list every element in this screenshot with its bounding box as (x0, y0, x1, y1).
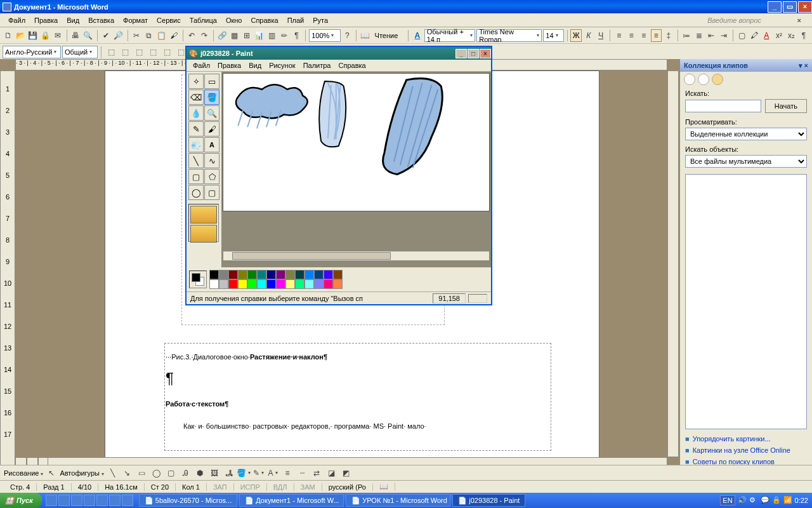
italic-icon[interactable]: К (583, 29, 594, 42)
color-swatch[interactable] (209, 270, 219, 279)
underline-icon[interactable]: Ч (595, 29, 606, 42)
font-color2-icon[interactable]: А (266, 467, 279, 479)
paint-canvas[interactable] (223, 73, 490, 211)
menu-плай[interactable]: Плай (283, 15, 309, 25)
color-swatch[interactable] (238, 279, 247, 289)
select-objects-icon[interactable]: ↖ (45, 467, 58, 479)
outdent-icon[interactable]: ⇤ (706, 29, 717, 42)
taskbar-button[interactable]: 📄 j0293828 - Paint (452, 494, 525, 507)
paint-menu-item[interactable]: Рисунок (265, 61, 299, 70)
indent-icon[interactable]: ⇥ (718, 29, 730, 42)
pencil-icon[interactable]: ✎ (188, 121, 204, 137)
line-spacing-icon[interactable]: ‡ (663, 29, 674, 42)
ql-icon-7[interactable] (122, 495, 133, 506)
line-color-icon[interactable]: ✎ (252, 467, 265, 479)
curve-icon[interactable]: ∿ (204, 153, 219, 168)
minimize-btn[interactable]: _ (768, 1, 782, 13)
insert-table-icon[interactable]: ⊞ (242, 29, 253, 42)
menu-справка[interactable]: Справка (246, 15, 282, 25)
menu-файл[interactable]: Файл (4, 15, 30, 25)
justify-icon[interactable]: ≡ (651, 29, 662, 42)
clipart-icon[interactable]: 🖼 (208, 467, 221, 479)
borders-icon[interactable]: ▢ (737, 29, 748, 42)
show-formatting-icon[interactable]: ¶ (798, 29, 809, 42)
back-icon[interactable] (684, 74, 695, 85)
tool-options[interactable] (188, 204, 219, 242)
paint-menu-item[interactable]: Правка (214, 61, 245, 70)
menu-вид[interactable]: Вид (62, 15, 84, 25)
color-swatch[interactable] (314, 279, 324, 289)
read-label[interactable]: Чтение (372, 32, 401, 39)
color-swatch[interactable] (276, 279, 285, 289)
line-style-icon[interactable]: ≡ (281, 467, 294, 479)
drawing-menu[interactable]: Рисование (4, 469, 43, 477)
ruler-vertical[interactable]: 1234567891011121314151617 (0, 70, 15, 467)
align-right-icon[interactable]: ≡ (638, 29, 650, 42)
ql-icon-3[interactable] (71, 495, 82, 506)
brush-icon[interactable]: 🖌 (204, 121, 219, 137)
tool-icon-2[interactable]: ⬚ (119, 46, 131, 58)
color-swatch[interactable] (238, 270, 247, 279)
align-left-icon[interactable]: ≡ (613, 29, 625, 42)
hyperlink-icon[interactable]: 🔗 (217, 29, 228, 42)
new-icon[interactable]: 🗋 (3, 29, 14, 42)
arrow-tool-icon[interactable]: ↘ (121, 467, 133, 479)
home-icon[interactable] (712, 74, 723, 85)
taskbar-button[interactable]: 📄 УРОК №1 - Microsoft Word (346, 494, 450, 507)
drawing-icon[interactable]: ✏ (278, 29, 290, 42)
tool-icon-3[interactable]: ⬚ (133, 46, 145, 58)
color-swatch[interactable] (276, 270, 285, 279)
color-swatch[interactable] (333, 270, 343, 279)
tray-icon-5[interactable]: 📶 (783, 496, 792, 505)
open-icon[interactable]: 📂 (15, 29, 27, 42)
picker-icon[interactable]: 💧 (188, 105, 204, 121)
bullets-icon[interactable]: ≣ (693, 29, 705, 42)
style-combo[interactable]: Обычный + 14 п (424, 29, 476, 42)
menu-сервис[interactable]: Сервис (152, 15, 185, 25)
help-icon[interactable]: ? (342, 29, 353, 42)
forward-icon[interactable] (698, 74, 709, 85)
close-btn[interactable]: × (798, 1, 812, 13)
cut-icon[interactable]: ✂ (131, 29, 143, 42)
start-button[interactable]: 🪟 Пуск (0, 493, 42, 508)
zoom-combo[interactable]: 100% (309, 29, 340, 42)
taskbar-button[interactable]: 📄 5ballov-26570 - Micros... (139, 494, 238, 507)
numbering-icon[interactable]: ≔ (681, 29, 692, 42)
ql-icon-2[interactable] (58, 495, 70, 506)
color-swatch[interactable] (295, 270, 304, 279)
ql-icon-6[interactable] (109, 495, 121, 506)
color-swatch[interactable] (324, 279, 333, 289)
status-book-icon[interactable]: 📖 (373, 483, 395, 491)
tool-icon-4[interactable]: ⬚ (147, 46, 159, 58)
color-swatch[interactable] (324, 270, 333, 279)
color-swatch[interactable] (285, 279, 295, 289)
document-text[interactable]: ···Рис.3.·Диалоговое·окно·Растяжение·и·н… (166, 325, 586, 433)
rect-icon[interactable]: ▢ (188, 169, 204, 184)
color-swatch[interactable] (219, 279, 228, 289)
fill-icon[interactable]: 🪣 (204, 90, 219, 105)
paint-max-btn[interactable]: □ (468, 49, 479, 58)
docmap-icon[interactable]: ¶ (291, 29, 303, 42)
tray-icon-2[interactable]: ⚙ (749, 496, 758, 505)
spelling-icon[interactable]: ✔ (101, 29, 112, 42)
style-a-icon[interactable]: А (412, 29, 423, 42)
search-go-button[interactable]: Начать (765, 99, 807, 113)
print-icon[interactable]: 🖶 (70, 29, 82, 42)
color-swatch[interactable] (266, 279, 276, 289)
undo-icon[interactable]: ↶ (187, 29, 198, 42)
menu-окно[interactable]: Окно (221, 15, 247, 25)
color-swatch[interactable] (257, 270, 266, 279)
color-swatch[interactable] (314, 270, 324, 279)
copy-icon[interactable]: ⧉ (143, 29, 155, 42)
tray-icon-3[interactable]: 💬 (761, 496, 769, 505)
oval-tool-icon[interactable]: ◯ (150, 467, 162, 479)
color-swatch[interactable] (257, 279, 266, 289)
paint-menu-item[interactable]: Палитра (299, 61, 335, 70)
doc-close-x[interactable]: × (793, 15, 806, 25)
menu-рута[interactable]: Рута (308, 15, 332, 25)
menu-таблица[interactable]: Таблица (185, 15, 221, 25)
rect-tool-icon[interactable]: ▭ (135, 467, 148, 479)
diagram-icon[interactable]: ⬢ (193, 467, 206, 479)
tables-borders-icon[interactable]: ▦ (229, 29, 240, 42)
paint-menu-item[interactable]: Файл (189, 61, 214, 70)
